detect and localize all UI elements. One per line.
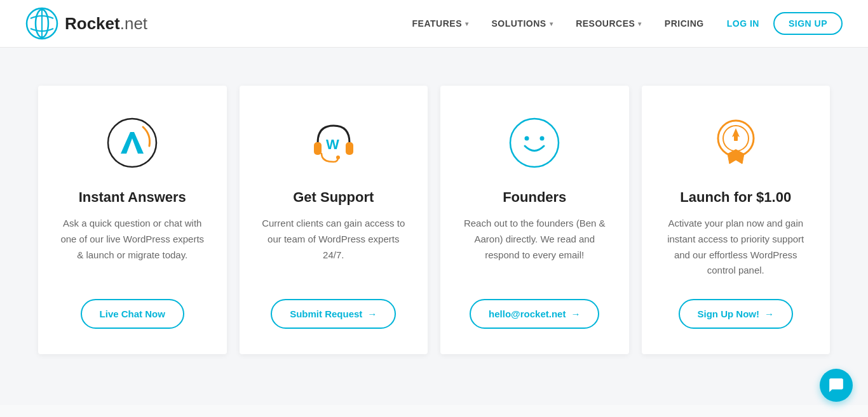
chevron-down-icon: ▾ — [638, 20, 642, 27]
svg-point-9 — [525, 136, 529, 141]
live-chat-bubble[interactable] — [820, 369, 853, 402]
card-desc-instant-answers: Ask a quick question or chat with one of… — [57, 216, 208, 279]
submit-request-button[interactable]: Submit Request → — [271, 299, 396, 329]
card-desc-launch: Activate your plan now and gain instant … — [661, 216, 811, 279]
cards-grid: Instant Answers Ask a quick question or … — [38, 86, 830, 354]
logo[interactable]: Rocket.net — [25, 7, 147, 40]
smiley-circle-icon — [506, 114, 563, 171]
live-chat-button[interactable]: Live Chat Now — [81, 299, 184, 329]
chevron-down-icon: ▾ — [550, 20, 553, 27]
card-title-founders: Founders — [503, 189, 566, 206]
card-launch: Launch for $1.00 Activate your plan now … — [642, 86, 831, 354]
card-title-launch: Launch for $1.00 — [680, 189, 791, 206]
svg-rect-5 — [346, 142, 353, 155]
main-content: Instant Answers Ask a quick question or … — [0, 48, 868, 405]
card-founders: Founders Reach out to the founders (Ben … — [440, 86, 629, 354]
main-nav: FEATURES ▾ SOLUTIONS ▾ RESOURCES ▾ PRICI… — [403, 12, 843, 35]
card-title-instant-answers: Instant Answers — [79, 189, 186, 206]
login-button[interactable]: LOG IN — [718, 13, 768, 34]
card-instant-answers: Instant Answers Ask a quick question or … — [38, 86, 227, 354]
card-title-get-support: Get Support — [293, 189, 374, 206]
card-desc-founders: Reach out to the founders (Ben & Aaron) … — [459, 216, 610, 279]
card-get-support: W Get Support Current clients can gain a… — [240, 86, 428, 354]
signup-button[interactable]: SIGN UP — [773, 12, 843, 35]
email-founders-button[interactable]: hello@rocket.net → — [470, 299, 599, 329]
arrow-right-icon: → — [367, 308, 377, 319]
nav-pricing[interactable]: PRICING — [656, 13, 713, 34]
logo-icon — [25, 7, 58, 40]
card-desc-get-support: Current clients can gain access to our t… — [259, 216, 409, 279]
nav-solutions[interactable]: SOLUTIONS ▾ — [482, 13, 562, 34]
rocket-badge-icon — [707, 114, 764, 171]
chat-icon — [828, 377, 844, 394]
wordpress-circle-icon — [104, 114, 161, 171]
svg-rect-4 — [314, 142, 322, 155]
svg-text:W: W — [326, 136, 339, 152]
arrow-right-icon: → — [764, 308, 774, 319]
logo-text: Rocket.net — [65, 14, 147, 34]
svg-point-6 — [336, 156, 340, 159]
arrow-right-icon: → — [571, 308, 580, 319]
svg-rect-13 — [734, 135, 738, 141]
headset-wordpress-icon: W — [305, 114, 362, 171]
svg-point-10 — [540, 136, 545, 141]
svg-point-8 — [510, 119, 559, 167]
sign-up-now-button[interactable]: Sign Up Now! → — [679, 299, 794, 329]
chevron-down-icon: ▾ — [465, 20, 469, 27]
nav-features[interactable]: FEATURES ▾ — [403, 13, 478, 34]
header: Rocket.net FEATURES ▾ SOLUTIONS ▾ RESOUR… — [0, 0, 868, 48]
nav-resources[interactable]: RESOURCES ▾ — [567, 13, 651, 34]
